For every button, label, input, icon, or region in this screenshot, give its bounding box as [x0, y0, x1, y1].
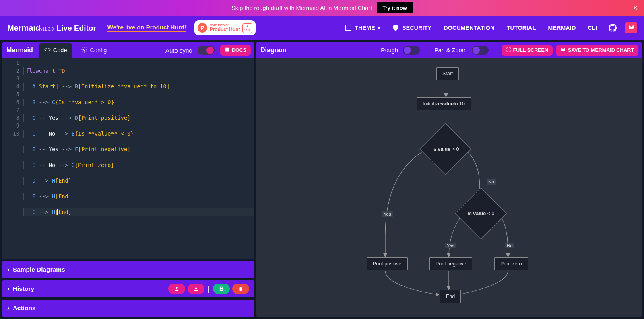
version-text: v11.3.0 [40, 27, 54, 31]
delete-button[interactable] [232, 284, 249, 294]
ph-upvote: ▲351 [242, 23, 252, 33]
node-print-zero[interactable]: Print zero [494, 257, 528, 270]
theme-menu[interactable]: THEME ▾ [345, 24, 380, 31]
documentation-link[interactable]: DOCUMENTATION [444, 25, 494, 31]
svg-point-1 [84, 49, 85, 51]
edge-label-yes-2: Yes [445, 243, 456, 248]
mermaid-chart-icon[interactable] [625, 22, 637, 33]
upload-button[interactable] [168, 284, 185, 294]
code-editor[interactable]: 12345678910 flowchart TD A[Start] --> B[… [2, 58, 254, 259]
chevron-right-icon: › [7, 265, 10, 274]
product-hunt-link[interactable]: We're live on Product Hunt! [107, 24, 186, 32]
chevron-right-icon: › [7, 285, 10, 293]
editor-panel-header: Mermaid Code Config Auto sync DOCS [2, 42, 254, 58]
separator: | [208, 285, 210, 293]
product-hunt-badge[interactable]: P FEATURED ON Product Hunt ▲351 [194, 20, 256, 35]
fullscreen-icon [506, 47, 511, 54]
mermaid-link[interactable]: MERMAID [548, 25, 576, 31]
logo: Mermaidv11.3.0 Live Editor [7, 23, 96, 33]
save-to-chart-button[interactable]: SAVE TO MERMAID CHART [556, 45, 638, 56]
svg-rect-0 [346, 25, 351, 31]
edge-label-no: No [487, 179, 496, 185]
tab-code[interactable]: Code [39, 43, 73, 58]
security-link[interactable]: SECURITY [392, 24, 431, 31]
edge-label-yes: Yes [382, 211, 393, 217]
panzoom-label: Pan & Zoom [434, 47, 467, 54]
autosync-label: Auto sync [165, 47, 192, 54]
history-panel[interactable]: › History | [2, 280, 254, 297]
autosync-toggle[interactable] [198, 46, 215, 55]
rough-label: Rough [381, 47, 398, 54]
node-start[interactable]: Start [436, 67, 459, 80]
chevron-down-icon: ▾ [378, 26, 380, 30]
diagram-panel-header: Diagram Rough Pan & Zoom FULL SCREEN SAV… [256, 42, 642, 58]
github-icon[interactable] [607, 22, 618, 33]
edge-label-no-2: No [505, 243, 514, 248]
node-end[interactable]: End [440, 290, 461, 303]
shield-icon [392, 24, 399, 31]
download-button[interactable] [188, 284, 204, 294]
chevron-right-icon: › [7, 304, 10, 312]
line-gutter: 12345678910 [2, 59, 24, 259]
node-is-value-gt-0[interactable]: Is value > 0 [419, 123, 471, 175]
sample-diagrams-panel[interactable]: › Sample Diagrams [2, 261, 254, 278]
logo-subtitle: Live Editor [57, 24, 96, 32]
topbar: Mermaidv11.3.0 Live Editor We're live on… [0, 16, 644, 40]
fullscreen-button[interactable]: FULL SCREEN [502, 45, 553, 56]
product-hunt-icon: P [198, 23, 207, 33]
promo-banner: Skip the rough draft with Mermaid AI in … [0, 0, 644, 16]
panel-title: Mermaid [6, 47, 33, 54]
rough-toggle[interactable] [403, 46, 420, 55]
save-button[interactable] [213, 284, 230, 294]
logo-text: Mermaid [7, 23, 40, 32]
actions-panel[interactable]: › Actions [2, 300, 254, 317]
diagram-title: Diagram [260, 47, 286, 54]
gear-icon [81, 47, 87, 54]
mermaid-chart-icon [560, 47, 566, 54]
banner-text: Skip the rough draft with Mermaid AI in … [231, 5, 372, 11]
cli-link[interactable]: CLI [588, 25, 597, 31]
ph-line1: FEATURED ON [210, 24, 240, 27]
theme-icon [345, 24, 352, 31]
node-print-positive[interactable]: Print positive [367, 257, 408, 270]
tab-config[interactable]: Config [76, 43, 112, 57]
node-is-value-lt-0[interactable]: Is value < 0 [455, 187, 507, 239]
panzoom-toggle[interactable] [472, 46, 489, 55]
history-actions: | [168, 284, 249, 294]
tutorial-link[interactable]: TUTORIAL [507, 25, 536, 31]
code-icon [44, 47, 51, 54]
node-print-negative[interactable]: Print negative [429, 257, 472, 270]
node-initialize[interactable]: Initialize value to 10 [417, 97, 471, 110]
code-content[interactable]: flowchart TD A[Start] --> B[Initialize *… [24, 59, 254, 259]
book-icon [225, 47, 230, 54]
ph-line2: Product Hunt [210, 27, 240, 32]
try-it-now-button[interactable]: Try it now [377, 2, 413, 13]
diagram-canvas[interactable]: Start Initialize value to 10 Is value > … [256, 58, 642, 317]
close-icon[interactable]: × [633, 3, 638, 12]
docs-button[interactable]: DOCS [220, 45, 251, 56]
